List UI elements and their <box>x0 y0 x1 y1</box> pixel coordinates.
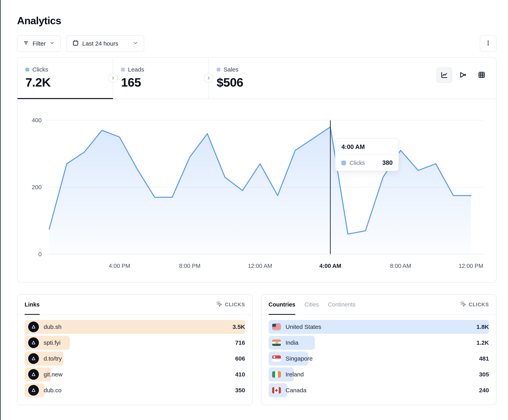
y-axis-tick-label: 200 <box>32 184 42 190</box>
link-label: spti.fyi <box>44 339 60 346</box>
stat-label: Sales <box>224 66 239 73</box>
link-row[interactable]: git.new 410 <box>25 368 245 381</box>
us-flag-icon <box>272 324 281 330</box>
stat-tab-leads[interactable]: Leads 165 <box>113 58 209 99</box>
stat-label: Clicks <box>32 66 48 73</box>
stat-legend-square <box>121 68 125 72</box>
y-axis-tick-label: 400 <box>32 117 42 123</box>
link-row[interactable]: d.to/try 606 <box>25 352 245 366</box>
clicks-legend-square <box>341 161 346 165</box>
countries-panel-tabs: CountriesCitiesContinents <box>269 295 356 314</box>
link-value: 716 <box>235 339 245 346</box>
links-panel: Links CLICKS dub.sh 3.5K spti.fyi <box>17 294 253 405</box>
countries-metric[interactable]: CLICKS <box>460 301 489 308</box>
link-row[interactable]: dub.sh 3.5K <box>25 320 245 334</box>
filter-button[interactable]: Filter <box>17 35 61 52</box>
country-value: 481 <box>479 355 489 362</box>
countries-list: United States 1.8K India 1.2K Singapore … <box>261 315 496 397</box>
link-row[interactable]: dub.co 350 <box>25 383 245 397</box>
country-label: Ireland <box>286 371 304 378</box>
country-label: Singapore <box>286 355 313 362</box>
ca-flag-icon <box>272 387 281 393</box>
stat-label: Leads <box>128 66 144 73</box>
stat-legend-square <box>217 68 220 72</box>
date-range-label: Last 24 hours <box>82 40 119 47</box>
filter-button-label: Filter <box>32 40 46 47</box>
country-value: 240 <box>479 387 489 394</box>
stat-tab-clicks[interactable]: Clicks 7.2K <box>17 58 113 99</box>
x-axis-tick-label: 4:00 PM <box>109 263 130 269</box>
stat-value: 165 <box>121 75 209 89</box>
sg-flag-icon <box>272 355 281 362</box>
country-row[interactable]: India 1.2K <box>269 336 489 350</box>
funnel-chart-view-button[interactable] <box>455 67 471 83</box>
dub-logo-icon <box>28 369 39 380</box>
country-row[interactable]: Singapore 481 <box>269 352 489 366</box>
dub-logo-icon <box>28 385 39 396</box>
left-edge-accent <box>0 0 1 420</box>
date-range-button[interactable]: Last 24 hours <box>67 35 144 52</box>
link-label: dub.sh <box>44 324 61 330</box>
x-axis-tick-label: 4:00 AM <box>319 263 341 269</box>
link-value: 350 <box>235 387 245 394</box>
x-axis-tick-label: 8:00 PM <box>179 263 201 269</box>
links-panel-tabs: Links <box>25 295 40 314</box>
chevron-down-icon <box>49 40 55 47</box>
link-row[interactable]: spti.fyi 716 <box>25 336 245 350</box>
tooltip-value: 380 <box>382 159 393 167</box>
clicks-area-fill <box>49 127 471 254</box>
country-label: Canada <box>286 387 306 394</box>
country-row[interactable]: Canada 240 <box>269 383 489 397</box>
click-cursor-icon <box>216 301 222 308</box>
countries-metric-label: CLICKS <box>469 302 489 307</box>
line-chart-view-button[interactable] <box>437 67 452 83</box>
funnel-chart-icon <box>459 71 467 79</box>
tab-cities[interactable]: Cities <box>305 295 319 314</box>
country-value: 1.8K <box>477 324 489 330</box>
y-axis-tick-label: 0 <box>38 251 42 257</box>
chart-view-toggle <box>437 67 489 83</box>
analytics-page: Analytics Filter Last 24 hours <box>0 0 508 405</box>
country-row[interactable]: Ireland 305 <box>269 368 489 381</box>
country-label: India <box>286 339 299 346</box>
stat-legend-square <box>25 68 29 72</box>
chart-tooltip: 4:00 AM Clicks 380 <box>335 138 399 171</box>
stat-tab-sales[interactable]: Sales $506 <box>209 58 304 99</box>
stat-value: $506 <box>217 75 304 89</box>
tooltip-series-label: Clicks <box>350 160 365 166</box>
line-chart-icon <box>441 71 448 79</box>
link-label: git.new <box>44 371 62 378</box>
in-flag-icon <box>272 340 281 346</box>
link-label: dub.co <box>44 387 61 394</box>
click-cursor-icon <box>460 301 466 308</box>
stats-tabs: Clicks 7.2K Leads 165 Sales $506 <box>17 58 496 99</box>
country-label: United States <box>286 324 321 330</box>
x-axis-tick-label: 12:00 AM <box>248 263 272 269</box>
chevron-down-icon <box>133 40 138 47</box>
country-value: 1.2K <box>477 339 489 346</box>
tab-continents[interactable]: Continents <box>328 295 355 314</box>
more-options-button[interactable] <box>480 35 496 52</box>
link-value: 606 <box>235 355 245 362</box>
next-metric-chevron-button[interactable] <box>108 73 118 83</box>
dub-logo-icon <box>28 353 39 364</box>
tooltip-time: 4:00 AM <box>336 139 398 155</box>
tab-countries[interactable]: Countries <box>269 295 295 314</box>
link-label: d.to/try <box>44 355 62 362</box>
next-metric-chevron-button[interactable] <box>204 73 213 83</box>
tab-links[interactable]: Links <box>25 295 40 314</box>
dub-logo-icon <box>28 322 39 332</box>
clicks-chart-area[interactable]: 02004004:00 PM8:00 PM12:00 AM4:00 AM8:00… <box>17 99 496 282</box>
links-metric[interactable]: CLICKS <box>216 301 245 308</box>
link-value: 3.5K <box>232 324 245 330</box>
calendar-icon <box>72 40 79 48</box>
link-value: 410 <box>235 371 245 378</box>
table-grid-icon <box>478 71 486 79</box>
table-view-button[interactable] <box>474 67 489 83</box>
country-row[interactable]: United States 1.8K <box>269 320 489 334</box>
toolbar: Filter Last 24 hours <box>17 35 496 52</box>
country-value: 305 <box>479 371 489 378</box>
x-axis-tick-label: 8:00 AM <box>390 263 411 269</box>
kebab-menu-icon <box>485 40 491 48</box>
page-title: Analytics <box>17 0 496 27</box>
